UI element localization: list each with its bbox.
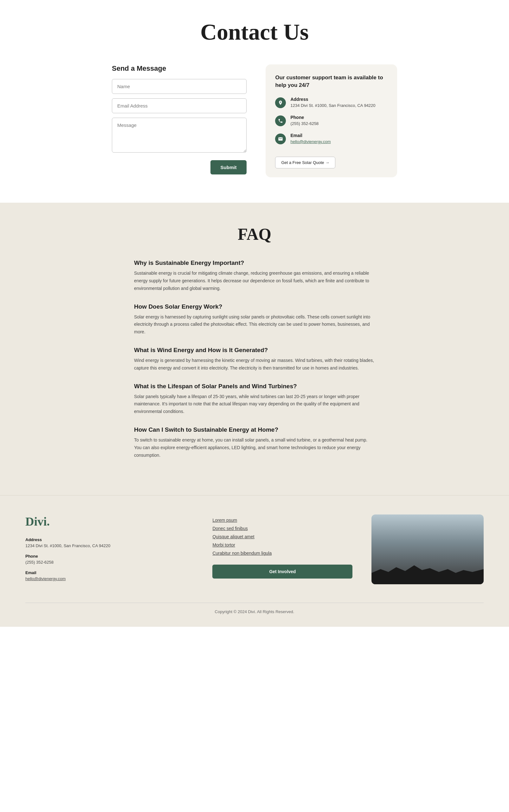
footer-image-area bbox=[371, 514, 484, 584]
submit-button[interactable]: Submit bbox=[210, 160, 247, 175]
footer-email-link[interactable]: hello@divienergy.com bbox=[25, 576, 66, 581]
footer-links: Lorem psumDonec sed finibusQuisque aliqu… bbox=[212, 514, 352, 579]
faq-answer: Solar panels typically have a lifespan o… bbox=[134, 393, 375, 415]
footer-logo: Divi. bbox=[25, 514, 193, 528]
footer-copyright: Copyright © 2024 Divi. All Rights Reserv… bbox=[25, 603, 484, 614]
phone-info-text: Phone (255) 352-6258 bbox=[290, 115, 318, 127]
faq-answer: Solar energy is harnessed by capturing s… bbox=[134, 313, 375, 336]
form-heading: Send a Message bbox=[112, 64, 246, 73]
footer-email-value: hello@divienergy.com bbox=[25, 576, 193, 581]
location-icon bbox=[275, 97, 286, 108]
faq-answer: Wind energy is generated by harnessing t… bbox=[134, 357, 375, 372]
faq-list: Why is Sustainable Energy Important? Sus… bbox=[134, 259, 375, 459]
footer-phone-block: Phone (255) 352-6258 bbox=[25, 554, 193, 565]
email-label: Email bbox=[290, 133, 331, 138]
info-card: Our customer support team is available t… bbox=[266, 64, 397, 177]
contact-section: Contact Us Send a Message Submit Our cus… bbox=[0, 0, 509, 203]
address-value: 1234 Divi St. #1000, San Francisco, CA 9… bbox=[290, 103, 375, 108]
phone-info-item: Phone (255) 352-6258 bbox=[275, 115, 387, 127]
faq-question: How Can I Switch to Sustainable Energy a… bbox=[134, 426, 375, 433]
contact-form-area: Send a Message Submit bbox=[112, 64, 246, 175]
footer-section: Divi. Address 1234 Divi St. #1000, San F… bbox=[0, 495, 509, 627]
footer-link[interactable]: Curabitur non bibendum ligula bbox=[212, 551, 352, 556]
message-input[interactable] bbox=[112, 118, 246, 153]
page-title: Contact Us bbox=[25, 19, 484, 45]
info-card-heading: Our customer support team is available t… bbox=[275, 74, 387, 89]
footer-phone-label: Phone bbox=[25, 554, 193, 559]
phone-value: (255) 352-6258 bbox=[290, 121, 318, 127]
name-input[interactable] bbox=[112, 79, 246, 94]
footer-link[interactable]: Donec sed finibus bbox=[212, 526, 352, 531]
faq-question: How Does Solar Energy Work? bbox=[134, 303, 375, 310]
footer-brand: Divi. Address 1234 Divi St. #1000, San F… bbox=[25, 514, 193, 587]
footer-top: Divi. Address 1234 Divi St. #1000, San F… bbox=[25, 514, 484, 587]
email-icon bbox=[275, 133, 286, 144]
footer-address-block: Address 1234 Divi St. #1000, San Francis… bbox=[25, 537, 193, 548]
faq-item: What is Wind Energy and How is It Genera… bbox=[134, 347, 375, 372]
free-quote-button[interactable]: Get a Free Solar Quote → bbox=[275, 157, 335, 168]
faq-question: What is the Lifespan of Solar Panels and… bbox=[134, 383, 375, 390]
faq-answer: Sustainable energy is crucial for mitiga… bbox=[134, 270, 375, 292]
email-value: hello@divienergy.com bbox=[290, 139, 331, 145]
email-info-text: Email hello@divienergy.com bbox=[290, 133, 331, 145]
email-info-item: Email hello@divienergy.com bbox=[275, 133, 387, 145]
phone-icon bbox=[275, 116, 286, 126]
footer-windmill-image bbox=[371, 514, 484, 584]
footer-link[interactable]: Lorem psum bbox=[212, 518, 352, 523]
address-label: Address bbox=[290, 97, 375, 102]
footer-email-block: Email hello@divienergy.com bbox=[25, 570, 193, 581]
footer-address-value: 1234 Divi St. #1000, San Francisco, CA 9… bbox=[25, 543, 193, 548]
contact-body: Send a Message Submit Our customer suppo… bbox=[112, 64, 397, 177]
faq-answer: To switch to sustainable energy at home,… bbox=[134, 436, 375, 459]
address-info-text: Address 1234 Divi St. #1000, San Francis… bbox=[290, 97, 375, 108]
footer-email-label: Email bbox=[25, 570, 193, 575]
address-info-item: Address 1234 Divi St. #1000, San Francis… bbox=[275, 97, 387, 108]
phone-label: Phone bbox=[290, 115, 318, 120]
faq-section: FAQ Why is Sustainable Energy Important?… bbox=[0, 203, 509, 495]
faq-item: How Can I Switch to Sustainable Energy a… bbox=[134, 426, 375, 459]
email-input[interactable] bbox=[112, 98, 246, 113]
faq-question: What is Wind Energy and How is It Genera… bbox=[134, 347, 375, 354]
footer-phone-value: (255) 352-6258 bbox=[25, 560, 193, 565]
faq-item: What is the Lifespan of Solar Panels and… bbox=[134, 383, 375, 415]
faq-question: Why is Sustainable Energy Important? bbox=[134, 259, 375, 267]
faq-item: How Does Solar Energy Work? Solar energy… bbox=[134, 303, 375, 336]
footer-link[interactable]: Morbi tortor bbox=[212, 542, 352, 548]
faq-item: Why is Sustainable Energy Important? Sus… bbox=[134, 259, 375, 292]
email-link[interactable]: hello@divienergy.com bbox=[290, 139, 331, 144]
footer-address-label: Address bbox=[25, 537, 193, 542]
get-involved-button[interactable]: Get Involved bbox=[212, 565, 352, 579]
footer-link[interactable]: Quisque aliquet amet bbox=[212, 534, 352, 539]
faq-title: FAQ bbox=[25, 225, 484, 244]
